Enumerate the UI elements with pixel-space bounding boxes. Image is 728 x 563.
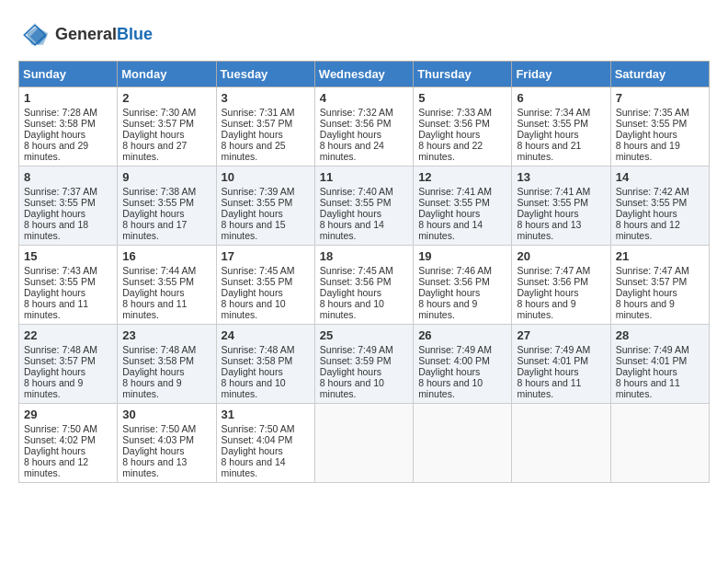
sunset-text: Sunset: 3:56 PM <box>517 276 588 287</box>
sunset-text: Sunset: 3:55 PM <box>24 276 96 287</box>
calendar-cell: 21 Sunrise: 7:47 AM Sunset: 3:57 PM Dayl… <box>610 246 709 325</box>
sunrise-text: Sunrise: 7:47 AM <box>517 265 590 276</box>
day-number: 23 <box>122 328 210 342</box>
daylight-label: Daylight hours <box>222 129 283 140</box>
calendar-cell: 13 Sunrise: 7:41 AM Sunset: 3:55 PM Dayl… <box>512 167 610 246</box>
sunrise-text: Sunrise: 7:48 AM <box>24 344 97 355</box>
daylight-label: Daylight hours <box>517 129 578 140</box>
daylight-duration: 8 hours and 11 minutes. <box>616 377 680 399</box>
sunset-text: Sunset: 3:58 PM <box>222 355 293 366</box>
sunset-text: Sunset: 3:56 PM <box>418 118 490 129</box>
sunset-text: Sunset: 3:59 PM <box>320 355 392 366</box>
daylight-duration: 8 hours and 10 minutes. <box>222 298 286 320</box>
header: GeneralBlue <box>18 18 710 52</box>
daylight-label: Daylight hours <box>222 445 283 456</box>
sunset-text: Sunset: 3:56 PM <box>320 118 392 129</box>
calendar-cell: 7 Sunrise: 7:35 AM Sunset: 3:55 PM Dayli… <box>610 87 709 167</box>
daylight-label: Daylight hours <box>24 445 85 456</box>
day-number: 27 <box>517 328 605 342</box>
calendar-cell: 29 Sunrise: 7:50 AM Sunset: 4:02 PM Dayl… <box>19 404 118 483</box>
calendar-cell: 30 Sunrise: 7:50 AM Sunset: 4:03 PM Dayl… <box>118 404 216 483</box>
daylight-duration: 8 hours and 9 minutes. <box>24 377 83 399</box>
calendar-cell: 8 Sunrise: 7:37 AM Sunset: 3:55 PM Dayli… <box>19 167 118 246</box>
calendar-cell <box>314 404 413 483</box>
calendar-cell: 3 Sunrise: 7:31 AM Sunset: 3:57 PM Dayli… <box>216 87 314 167</box>
calendar-week-row: 1 Sunrise: 7:28 AM Sunset: 3:58 PM Dayli… <box>19 87 710 167</box>
calendar-cell: 24 Sunrise: 7:48 AM Sunset: 3:58 PM Dayl… <box>216 325 314 404</box>
sunset-text: Sunset: 3:58 PM <box>24 118 96 129</box>
sunrise-text: Sunrise: 7:48 AM <box>122 344 196 355</box>
daylight-duration: 8 hours and 11 minutes. <box>24 298 88 320</box>
sunrise-text: Sunrise: 7:49 AM <box>616 344 689 355</box>
day-number: 29 <box>24 408 112 421</box>
sunrise-text: Sunrise: 7:43 AM <box>24 265 97 276</box>
sunrise-text: Sunrise: 7:49 AM <box>418 344 492 355</box>
day-of-week-header: Wednesday <box>314 62 413 87</box>
sunset-text: Sunset: 3:55 PM <box>517 197 588 208</box>
sunrise-text: Sunrise: 7:47 AM <box>616 265 689 276</box>
daylight-duration: 8 hours and 17 minutes. <box>122 219 187 241</box>
sunrise-text: Sunrise: 7:31 AM <box>222 107 295 118</box>
daylight-label: Daylight hours <box>122 208 184 219</box>
calendar-cell: 9 Sunrise: 7:38 AM Sunset: 3:55 PM Dayli… <box>118 167 216 246</box>
sunrise-text: Sunrise: 7:50 AM <box>122 423 196 434</box>
logo: GeneralBlue <box>18 18 153 52</box>
sunrise-text: Sunrise: 7:33 AM <box>418 107 492 118</box>
daylight-duration: 8 hours and 9 minutes. <box>517 298 575 320</box>
day-number: 20 <box>517 249 605 263</box>
day-number: 1 <box>24 91 112 105</box>
sunrise-text: Sunrise: 7:39 AM <box>222 186 295 197</box>
daylight-duration: 8 hours and 14 minutes. <box>320 219 384 241</box>
sunrise-text: Sunrise: 7:45 AM <box>320 265 393 276</box>
daylight-label: Daylight hours <box>24 366 85 377</box>
sunset-text: Sunset: 4:01 PM <box>616 355 688 366</box>
calendar-table: SundayMondayTuesdayWednesdayThursdayFrid… <box>18 61 710 483</box>
sunset-text: Sunset: 3:57 PM <box>222 118 293 129</box>
day-number: 22 <box>24 328 112 342</box>
day-of-week-header: Thursday <box>414 62 512 87</box>
daylight-duration: 8 hours and 10 minutes. <box>222 377 286 399</box>
daylight-label: Daylight hours <box>517 287 578 298</box>
daylight-duration: 8 hours and 22 minutes. <box>418 140 483 162</box>
sunset-text: Sunset: 3:56 PM <box>320 276 392 287</box>
sunrise-text: Sunrise: 7:38 AM <box>122 186 196 197</box>
daylight-label: Daylight hours <box>320 366 381 377</box>
day-number: 21 <box>616 249 704 263</box>
calendar-cell: 27 Sunrise: 7:49 AM Sunset: 4:01 PM Dayl… <box>512 325 610 404</box>
daylight-label: Daylight hours <box>122 366 184 377</box>
sunrise-text: Sunrise: 7:34 AM <box>517 107 590 118</box>
sunset-text: Sunset: 3:55 PM <box>24 197 96 208</box>
calendar-cell: 1 Sunrise: 7:28 AM Sunset: 3:58 PM Dayli… <box>19 87 118 167</box>
daylight-label: Daylight hours <box>517 208 578 219</box>
day-number: 24 <box>222 328 310 342</box>
calendar-week-row: 29 Sunrise: 7:50 AM Sunset: 4:02 PM Dayl… <box>19 404 710 483</box>
daylight-label: Daylight hours <box>222 208 283 219</box>
day-number: 15 <box>24 249 112 263</box>
day-number: 9 <box>122 170 210 184</box>
day-number: 25 <box>320 328 408 342</box>
sunrise-text: Sunrise: 7:50 AM <box>222 423 295 434</box>
day-of-week-header: Sunday <box>19 62 118 87</box>
sunrise-text: Sunrise: 7:46 AM <box>418 265 492 276</box>
calendar-cell: 17 Sunrise: 7:45 AM Sunset: 3:55 PM Dayl… <box>216 246 314 325</box>
daylight-duration: 8 hours and 14 minutes. <box>418 219 483 241</box>
daylight-label: Daylight hours <box>616 287 677 298</box>
sunset-text: Sunset: 3:55 PM <box>122 276 194 287</box>
calendar-cell: 31 Sunrise: 7:50 AM Sunset: 4:04 PM Dayl… <box>216 404 314 483</box>
calendar-cell: 22 Sunrise: 7:48 AM Sunset: 3:57 PM Dayl… <box>19 325 118 404</box>
sunrise-text: Sunrise: 7:49 AM <box>517 344 590 355</box>
daylight-duration: 8 hours and 25 minutes. <box>222 140 286 162</box>
daylight-label: Daylight hours <box>24 208 85 219</box>
day-number: 30 <box>122 408 210 421</box>
day-number: 2 <box>122 91 210 105</box>
sunset-text: Sunset: 3:57 PM <box>122 118 194 129</box>
calendar-cell: 11 Sunrise: 7:40 AM Sunset: 3:55 PM Dayl… <box>314 167 413 246</box>
logo-icon <box>18 18 51 52</box>
daylight-duration: 8 hours and 10 minutes. <box>320 298 384 320</box>
daylight-duration: 8 hours and 29 minutes. <box>24 140 88 162</box>
sunrise-text: Sunrise: 7:37 AM <box>24 186 97 197</box>
daylight-duration: 8 hours and 19 minutes. <box>616 140 680 162</box>
sunrise-text: Sunrise: 7:48 AM <box>222 344 295 355</box>
sunset-text: Sunset: 3:55 PM <box>616 118 688 129</box>
calendar-cell: 28 Sunrise: 7:49 AM Sunset: 4:01 PM Dayl… <box>610 325 709 404</box>
